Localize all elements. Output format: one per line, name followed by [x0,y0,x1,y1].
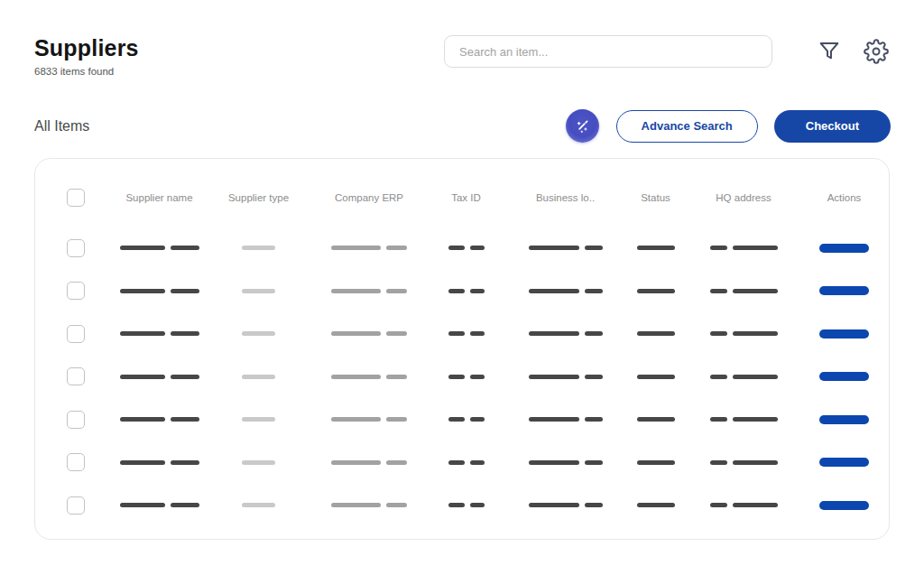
cell-business-location [509,503,622,507]
cell-select [35,325,116,343]
column-label-status: Status [641,192,670,203]
header-cell-business-location: Business lo.. [509,192,622,203]
column-label-actions: Actions [827,192,862,203]
skeleton-bar [529,417,579,422]
action-skeleton-bar [819,415,869,424]
advance-search-button[interactable]: Advance Search [616,110,758,143]
skeleton-bar [242,417,275,422]
row-checkbox[interactable] [67,282,85,300]
cell-supplier-name [116,289,202,293]
skeleton-bar [710,246,727,250]
magic-wand-button[interactable] [566,109,599,143]
action-skeleton-bar [819,372,869,381]
skeleton-bar [529,246,579,250]
row-checkbox[interactable] [67,453,85,471]
cell-supplier-type [202,460,315,465]
cell-business-location [509,331,622,336]
skeleton-bar [120,331,165,336]
cell-select [35,239,116,257]
skeleton-bar [470,331,485,336]
skeleton-bar [242,331,275,336]
header-cell-supplier-type: Supplier type [202,192,315,203]
skeleton-bar [733,289,778,293]
skeleton-bar [733,417,778,422]
cell-company-erp [315,417,423,422]
skeleton-bar [529,289,579,293]
gear-icon [864,39,889,64]
cell-hq-address [689,331,798,336]
cell-tax-id [423,331,509,336]
skeleton-bar [585,246,603,250]
table-row [35,356,889,399]
action-skeleton-bar [819,244,869,253]
cell-actions [798,458,890,467]
skeleton-bar [470,289,485,293]
column-label-supplier-type: Supplier type [228,192,289,203]
skeleton-bar [637,460,675,465]
table-row [35,312,889,356]
cell-actions [798,415,890,424]
row-checkbox[interactable] [67,367,85,385]
skeleton-bar [171,460,199,465]
row-checkbox[interactable] [67,411,85,429]
search-input[interactable] [444,35,772,68]
skeleton-bar [120,246,165,250]
row-checkbox[interactable] [67,496,85,515]
skeleton-bar [710,375,727,379]
suppliers-page: Suppliers 6833 items found All Items [0,0,924,575]
checkout-button[interactable]: Checkout [774,110,891,143]
skeleton-bar [386,417,407,422]
cell-supplier-name [116,375,202,379]
cell-supplier-name [116,417,202,422]
skeleton-bar [386,331,407,336]
cell-hq-address [689,246,798,250]
action-skeleton-bar [819,458,869,467]
cell-select [35,367,116,385]
skeleton-bar [171,331,199,336]
table-row [35,270,889,313]
header-icons [816,38,890,65]
settings-button[interactable] [863,38,890,65]
skeleton-bar [386,289,407,293]
skeleton-bar [120,503,165,507]
cell-company-erp [315,289,423,293]
skeleton-bar [733,246,778,250]
skeleton-bar [242,289,275,293]
skeleton-bar [386,503,407,507]
cell-select [35,496,116,515]
skeleton-bar [710,460,727,465]
cell-supplier-type [202,417,315,422]
skeleton-bar [585,503,603,507]
cell-business-location [509,460,622,465]
select-all-checkbox[interactable] [67,189,85,207]
cell-company-erp [315,246,423,250]
header-cell-actions: Actions [798,192,890,203]
cell-supplier-type [202,503,315,507]
action-skeleton-bar [819,286,869,295]
skeleton-bar [733,375,778,379]
row-checkbox[interactable] [67,239,85,257]
cell-actions [798,501,890,510]
cell-status [622,246,689,250]
cell-supplier-type [202,246,315,250]
skeleton-bar [331,246,381,250]
skeleton-bar [710,417,727,422]
table-body [35,227,889,540]
header-cell-supplier-name: Supplier name [116,192,202,203]
skeleton-bar [331,460,381,465]
row-checkbox[interactable] [67,539,85,540]
cell-company-erp [315,503,423,507]
skeleton-bar [733,503,778,507]
row-checkbox[interactable] [67,325,85,343]
skeleton-bar [470,460,485,465]
cell-tax-id [423,246,509,250]
skeleton-bar [331,375,381,379]
cell-select [35,282,116,300]
skeleton-bar [331,331,381,336]
column-label-hq-address: HQ address [716,192,771,203]
cell-actions [798,286,890,295]
skeleton-bar [733,460,778,465]
skeleton-bar [710,331,727,336]
cell-tax-id [423,417,509,422]
filter-button[interactable] [816,38,843,65]
